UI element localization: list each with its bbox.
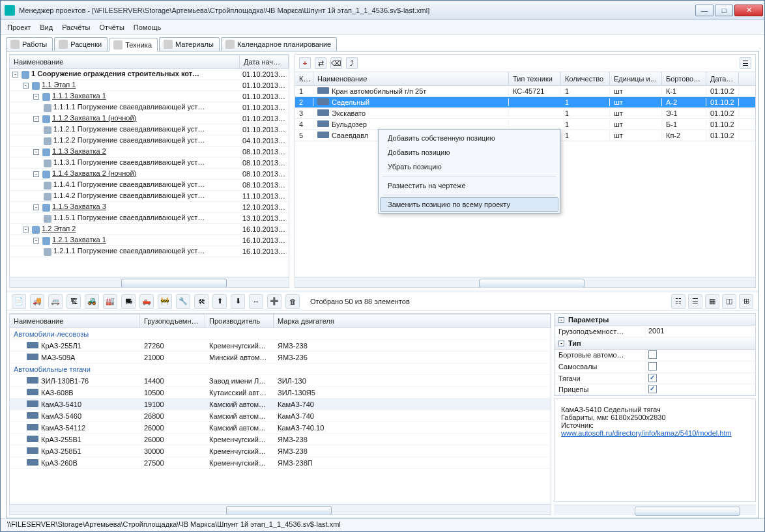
cat-col-name[interactable]: Наименование: [10, 315, 140, 328]
info-hscroll[interactable]: [554, 505, 756, 515]
close-button[interactable]: ✕: [734, 5, 763, 16]
filter-btn-12[interactable]: ⬇: [231, 294, 245, 309]
tree-col-name[interactable]: Наименование: [10, 55, 240, 68]
filter-btn-crane[interactable]: 🏗: [66, 294, 81, 309]
tree-row[interactable]: - 1.1 Этап 101.10.2013…: [10, 80, 289, 91]
menu-view[interactable]: Вид: [40, 23, 53, 31]
context-menu-item[interactable]: Разместить на чертеже: [380, 178, 558, 193]
tab-rates[interactable]: Расценки: [54, 37, 108, 51]
filter-btn-13[interactable]: ↔: [249, 294, 263, 309]
type-row[interactable]: Бортовые автомо…: [555, 350, 755, 361]
catalog-row[interactable]: КамАЗ-541019100Камский автом…КамАЗ-740: [10, 399, 551, 410]
filter-btn-11[interactable]: ⬆: [212, 294, 227, 309]
add-button[interactable]: +: [299, 57, 311, 69]
view-btn-3[interactable]: ▦: [705, 294, 719, 309]
filter-btn-4[interactable]: 🚜: [85, 294, 99, 309]
context-menu[interactable]: Добавить собственную позициюДобавить поз…: [378, 129, 560, 214]
filter-btn-7[interactable]: 🛻: [139, 294, 154, 309]
maximize-button[interactable]: □: [715, 5, 733, 16]
tree-row[interactable]: - 1 Сооружение ограждения строительных к…: [10, 69, 289, 80]
type-row[interactable]: Тягачи: [555, 373, 755, 384]
filter-btn-10[interactable]: 🛠: [194, 294, 209, 309]
catalog-row[interactable]: КамАЗ-546026800Камский автом…КамАЗ-740: [10, 410, 551, 422]
view-btn-2[interactable]: ☰: [688, 294, 702, 309]
tree-row[interactable]: - 1.1.2 Захватка 1 (ночной)01.10.2013…: [10, 113, 289, 124]
expander-icon[interactable]: -: [12, 72, 18, 77]
catalog-row[interactable]: ЗИЛ-130В1-7614400Завод имени Л…ЗИЛ-130: [10, 375, 551, 387]
tree-col-date[interactable]: Дата начала: [240, 55, 289, 68]
tree-row[interactable]: 1.1.1.1 Погружение сваевдавливающей уст……: [10, 102, 289, 113]
catalog-group[interactable]: Автомобильные тягачи: [10, 363, 551, 375]
view-btn-1[interactable]: ☷: [671, 294, 686, 309]
minimize-button[interactable]: —: [695, 5, 714, 16]
context-menu-item[interactable]: Добавить собственную позицию: [380, 131, 558, 145]
type-row[interactable]: Самосвалы: [555, 361, 755, 373]
expander-icon[interactable]: -: [23, 83, 29, 89]
col-board[interactable]: Бортовой номер: [662, 72, 706, 85]
tree-row[interactable]: - 1.2 Этап 216.10.2013…: [10, 224, 289, 235]
tab-works[interactable]: Работы: [6, 37, 53, 51]
tree-row[interactable]: 1.1.5.1 Погружение сваевдавливающей уст……: [10, 213, 289, 224]
expander-icon[interactable]: -: [23, 227, 29, 232]
menu-calc[interactable]: Расчёты: [62, 23, 90, 31]
catalog-row[interactable]: КрАЗ-260В27500Кременчугский…ЯМЗ-238П: [10, 457, 551, 469]
filter-btn-bus[interactable]: 🚐: [48, 294, 63, 309]
filter-btn-9[interactable]: 🔧: [176, 294, 190, 309]
menu-reports[interactable]: Отчёты: [99, 23, 124, 31]
collapse-icon[interactable]: -: [558, 341, 564, 346]
tree-row[interactable]: - 1.1.5 Захватка 312.10.2013…: [10, 202, 289, 213]
equip-row[interactable]: 1Кран автомобильный г/п 25тКС-457211штК-…: [295, 86, 755, 97]
context-menu-item[interactable]: Добавить позицию: [380, 145, 558, 160]
tab-equipment[interactable]: Техника: [109, 38, 158, 51]
collapse-icon[interactable]: -: [558, 317, 564, 323]
filter-btn-1[interactable]: 📄: [12, 294, 26, 309]
info-link[interactable]: www.autosoft.ru/directory/info/kamaz/541…: [561, 429, 732, 437]
tree-row[interactable]: 1.1.2.2 Погружение сваевдавливающей уст……: [10, 135, 289, 147]
col-qty[interactable]: Количество: [561, 72, 610, 85]
equip-row[interactable]: 3Экскавато1штЭ-101.10.2: [295, 108, 755, 119]
catalog-hscroll[interactable]: [10, 504, 551, 514]
menu-project[interactable]: Проект: [7, 23, 31, 31]
col-k[interactable]: К…: [295, 72, 313, 85]
tool-button-right[interactable]: ☰: [740, 57, 751, 69]
catalog-group[interactable]: Автомобили-лесовозы: [10, 328, 551, 340]
tree-row[interactable]: - 1.1.3 Захватка 208.10.2013…: [10, 147, 289, 158]
col-type[interactable]: Тип техники: [509, 72, 561, 85]
context-menu-item[interactable]: Заменить позицию по всему проекту: [380, 197, 558, 212]
type-row[interactable]: Прицепы: [555, 384, 755, 395]
tree-row[interactable]: 1.1.3.1 Погружение сваевдавливающей уст……: [10, 158, 289, 169]
expander-icon[interactable]: -: [33, 171, 39, 177]
col-unit[interactable]: Единицы измерения: [610, 72, 662, 85]
catalog-row[interactable]: КамАЗ-5411226000Камский автом…КамАЗ-740.…: [10, 422, 551, 434]
expander-icon[interactable]: -: [33, 116, 39, 122]
tree-row[interactable]: 1.1.4.2 Погружение сваевдавливающей уст……: [10, 191, 289, 202]
cat-col-load[interactable]: Грузоподъемн…: [140, 315, 205, 328]
filter-btn-truck[interactable]: 🚚: [30, 294, 44, 309]
param-row-load[interactable]: Грузоподъемност… 2001: [555, 326, 755, 337]
col-name[interactable]: Наименование: [313, 72, 509, 85]
tree-row[interactable]: 1.1.2.1 Погружение сваевдавливающей уст……: [10, 124, 289, 135]
checkbox[interactable]: [648, 350, 657, 359]
tree-body[interactable]: - 1 Сооружение ограждения строительных к…: [10, 69, 289, 277]
view-btn-4[interactable]: ◫: [722, 294, 736, 309]
catalog-body[interactable]: Автомобили-лесовозыКрАЗ-255Л127260Кремен…: [10, 328, 551, 504]
filter-btn-8[interactable]: 🚧: [158, 294, 172, 309]
expander-icon[interactable]: -: [33, 238, 39, 244]
cat-col-engine[interactable]: Марка двигателя: [274, 315, 551, 328]
expander-icon[interactable]: -: [33, 94, 39, 100]
filter-btn-14[interactable]: ➕: [267, 294, 281, 309]
tree-row[interactable]: 1.2.1.1 Погружение сваевдавливающей уст……: [10, 246, 289, 257]
tool-button-2[interactable]: ⇄: [315, 57, 326, 69]
menu-help[interactable]: Помощь: [134, 23, 162, 31]
expander-icon[interactable]: -: [33, 204, 39, 210]
catalog-row[interactable]: КрАЗ-255Л127260Кременчугский…ЯМЗ-238: [10, 340, 551, 352]
tree-row[interactable]: - 1.1.1 Захватка 101.10.2013…: [10, 91, 289, 102]
context-menu-item[interactable]: Убрать позицию: [380, 160, 558, 174]
tree-row[interactable]: - 1.2.1 Захватка 116.10.2013…: [10, 235, 289, 246]
expander-icon[interactable]: -: [33, 149, 39, 155]
catalog-row[interactable]: МАЗ-509А21000Минский автом…ЯМЗ-236: [10, 352, 551, 363]
catalog-row[interactable]: КрАЗ-255В126000Кременчугский…ЯМЗ-238: [10, 434, 551, 445]
filter-btn-trash[interactable]: 🗑: [285, 294, 300, 309]
tree-row[interactable]: 1.1.4.1 Погружение сваевдавливающей уст……: [10, 180, 289, 191]
catalog-row[interactable]: КАЗ-608В10500Кутаисский авт…ЗИЛ-130Я5: [10, 387, 551, 399]
